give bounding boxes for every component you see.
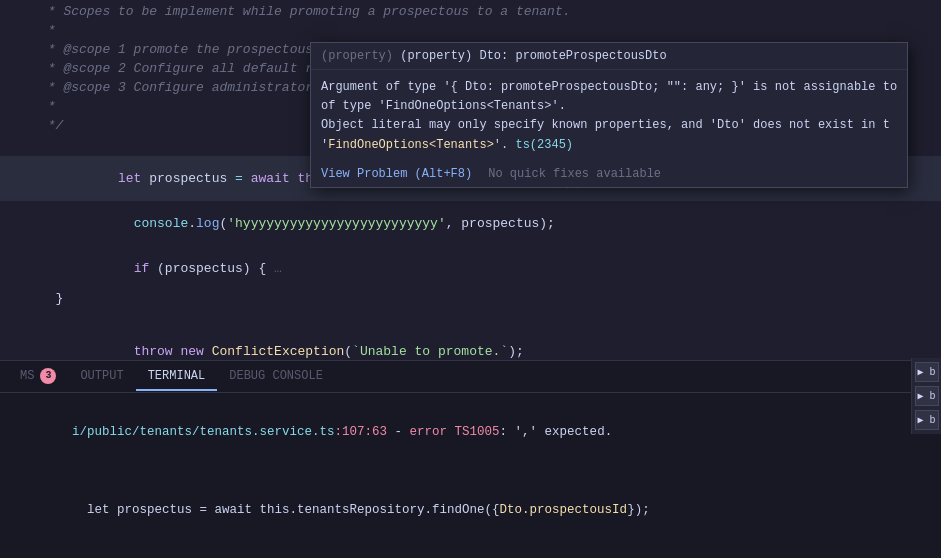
tooltip-line2: of type 'FindOneOptions<Tenants>'.	[321, 97, 897, 116]
tooltip-line4: 'FindOneOptions<Tenants>'. ts(2345)	[321, 136, 897, 155]
tooltip-line3: Object literal may only specify known pr…	[321, 116, 897, 135]
error-badge: 3	[40, 368, 56, 384]
tooltip-line1: Argument of type '{ Dto: promoteProspect…	[321, 78, 897, 97]
bottom-panel: MS 3 OUTPUT TERMINAL DEBUG CONSOLE i/pub…	[0, 360, 941, 558]
code-line: if (prospectus) { …	[0, 246, 941, 291]
terminal-blank	[12, 465, 929, 479]
no-quick-fixes-label: No quick fixes available	[488, 167, 661, 181]
editor-area: * Scopes to be implement while promoting…	[0, 0, 941, 360]
panel-tabs: MS 3 OUTPUT TERMINAL DEBUG CONSOLE	[0, 361, 941, 393]
code-line	[0, 310, 941, 329]
tab-debug-console-label: DEBUG CONSOLE	[229, 369, 323, 383]
tab-output-label: OUTPUT	[80, 369, 123, 383]
terminal-content[interactable]: i/public/tenants/tenants.service.ts:107:…	[0, 393, 941, 558]
tooltip-body: Argument of type '{ Dto: promoteProspect…	[311, 70, 907, 163]
tooltip-title: (property) Dto: promoteProspectousDto	[400, 49, 666, 63]
right-icon-btn-1[interactable]: ▶ b	[915, 362, 939, 382]
tab-ms-label: MS	[20, 369, 34, 383]
tab-terminal[interactable]: TERMINAL	[136, 363, 218, 391]
terminal-code-line: let prospectus = await this.tenantsRepos…	[12, 479, 929, 543]
code-line: console.log('hyyyyyyyyyyyyyyyyyyyyyyyyy'…	[0, 201, 941, 246]
tooltip-popup: (property) (property) Dto: promoteProspe…	[310, 42, 908, 188]
tab-debug-console[interactable]: DEBUG CONSOLE	[217, 363, 335, 391]
tooltip-header: (property) (property) Dto: promoteProspe…	[311, 43, 907, 70]
code-line: * Scopes to be implement while promoting…	[0, 4, 941, 23]
code-line: throw new ConflictException(`Unable to p…	[0, 329, 941, 360]
terminal-error-line: i/public/tenants/tenants.service.ts:107:…	[12, 401, 929, 465]
tooltip-footer: View Problem (Alt+F8) No quick fixes ava…	[311, 163, 907, 187]
tab-ms[interactable]: MS 3	[8, 362, 68, 392]
code-line: }	[0, 291, 941, 310]
tab-output[interactable]: OUTPUT	[68, 363, 135, 391]
tab-terminal-label: TERMINAL	[148, 369, 206, 383]
code-line: *	[0, 23, 941, 42]
terminal-tilde-line: ~	[12, 543, 929, 559]
view-problem-link[interactable]: View Problem (Alt+F8)	[321, 167, 472, 181]
